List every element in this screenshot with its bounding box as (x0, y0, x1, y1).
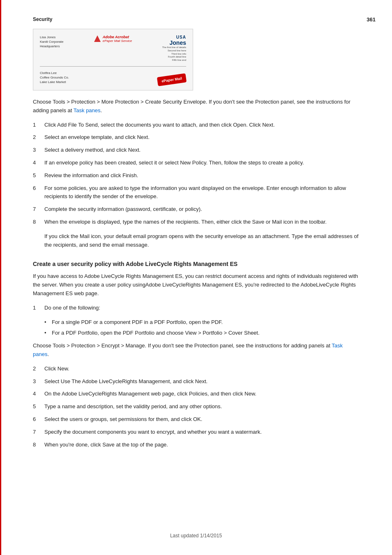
envelope-image: Lisa Jones Kanili Corporate Headquarters… (33, 29, 193, 90)
list-item: 3Select a delivery method, and click Nex… (33, 146, 359, 155)
extra-paragraph: If you click the Mail icon, your default… (44, 232, 359, 250)
list-item: 4On the Adobe LiveCycleRights Management… (33, 390, 359, 398)
list-item: 2Click New. (33, 365, 359, 373)
list-item: 7Complete the security information (pass… (33, 205, 359, 214)
footer: Last updated 1/14/2015 (0, 533, 392, 539)
list-item: •For a single PDF or a component PDF in … (44, 318, 359, 327)
envelope-divider (40, 66, 186, 67)
list-item: 5Review the information and click Finish… (33, 171, 359, 180)
envelope-logo: Adobe Acrobat ePaper Mail Service (94, 35, 132, 43)
section2-bullet-list: •For a single PDF or a component PDF in … (44, 318, 359, 338)
page-container: 361 Security Lisa Jones Kanili Corporate… (0, 0, 392, 555)
list-item: 7Specify the document components you wan… (33, 428, 359, 437)
section2-heading: Create a user security policy with Adobe… (33, 261, 359, 267)
intro-paragraph: Choose Tools > Protection > More Protect… (33, 98, 359, 115)
task-panes-link-1[interactable]: Task panes (74, 107, 101, 113)
list-item: 4If an envelope policy has been created,… (33, 159, 359, 167)
list-item: 1 Do one of the following: (33, 304, 359, 312)
list-item: 5Type a name and description, set the va… (33, 402, 359, 411)
epaper-badge: ePaper Mail (157, 73, 187, 86)
list-item: 1Click Add File To Send, select the docu… (33, 121, 359, 130)
envelope-to-address: Clotfira Lee Coffee Grounds Co. Lake Lak… (40, 71, 69, 85)
section-label: Security (33, 16, 359, 22)
list-item: •For a PDF Portfolio, open the PDF Portf… (44, 329, 359, 338)
envelope-stamp: usa Jones The first line of details Seco… (162, 35, 186, 62)
steps-list-1: 1Click Add File To Send, select the docu… (33, 121, 359, 227)
list-item: 2Select an envelope template, and click … (33, 133, 359, 142)
list-item: 6Select the users or groups, set permiss… (33, 415, 359, 424)
acrobat-icon (94, 35, 101, 42)
envelope-stamp-details: The first line of details Second line he… (162, 46, 186, 62)
section2-step1-list: 1 Do one of the following: (33, 304, 359, 312)
svg-marker-0 (94, 35, 101, 42)
page-number: 361 (367, 16, 376, 23)
left-border-decoration (0, 0, 1, 555)
list-item: 3Select Use The Adobe LiveCycleRights Ma… (33, 377, 359, 386)
list-item: 8When the envelope is displayed, type th… (33, 218, 359, 227)
section2-mid-paragraph: Choose Tools > Protection > Encrypt > Ma… (33, 342, 359, 359)
section2-intro: If you have access to Adobe LiveCycle Ri… (33, 272, 359, 298)
envelope-from-address: Lisa Jones Kanili Corporate Headquarters (40, 35, 63, 49)
section2-steps-list: 2Click New.3Select Use The Adobe LiveCyc… (33, 365, 359, 449)
list-item: 8When you're done, click Save at the top… (33, 441, 359, 449)
list-item: 6For some policies, you are asked to typ… (33, 184, 359, 201)
